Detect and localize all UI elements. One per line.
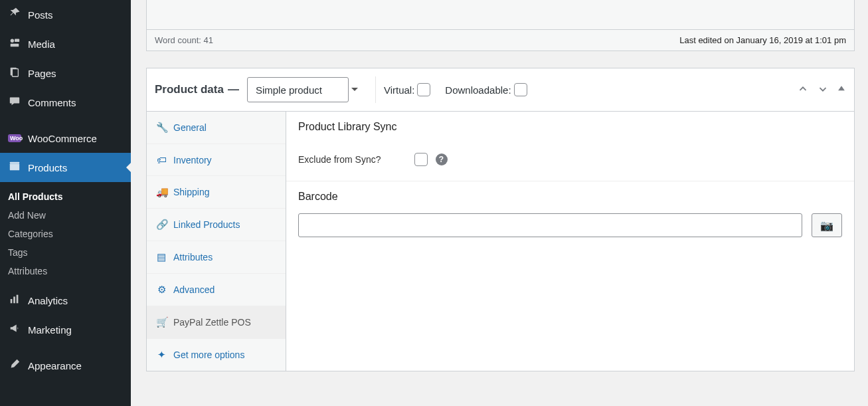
admin-sidebar: Posts Media Pages Comments Woo WooCommer… [0, 0, 131, 406]
plugin-icon: ✦ [156, 349, 167, 361]
brush-icon [8, 358, 21, 373]
barcode-section-title: Barcode [298, 191, 842, 203]
tab-shipping[interactable]: 🚚 Shipping [147, 176, 286, 209]
submenu-attributes[interactable]: Attributes [0, 262, 131, 280]
chart-icon [8, 293, 21, 308]
menu-label: Appearance [28, 360, 82, 371]
barcode-scan-button[interactable]: 📷 [812, 213, 842, 237]
svg-point-0 [11, 39, 14, 42]
pin-icon [8, 7, 21, 23]
pos-icon: 🛒 [156, 316, 167, 328]
tab-attributes[interactable]: ▤ Attributes [147, 241, 286, 274]
word-count: Word count: 41 [155, 35, 213, 45]
product-data-tabs: 🔧 General 🏷 Inventory 🚚 Shipping 🔗 Linke… [147, 112, 286, 371]
help-icon[interactable]: ? [436, 153, 448, 165]
menu-label: Posts [28, 9, 53, 21]
product-data-metabox: Product data — Simple product Virtual: D… [146, 68, 855, 371]
gear-icon: ⚙ [156, 284, 167, 296]
virtual-checkbox[interactable] [417, 83, 430, 96]
products-submenu: All Products Add New Categories Tags Att… [0, 182, 131, 286]
product-type-select[interactable]: Simple product [247, 77, 349, 102]
wrench-icon: 🔧 [156, 122, 167, 134]
virtual-label: Virtual: [384, 84, 414, 96]
zettle-panel: Product Library Sync Exclude from Sync? … [286, 112, 854, 371]
downloadable-label: Downloadable: [445, 84, 511, 96]
menu-label: Pages [28, 68, 56, 79]
truck-icon: 🚚 [156, 186, 167, 198]
svg-rect-8 [13, 296, 15, 303]
editor-status-bar: Word count: 41 Last edited on January 16… [146, 30, 855, 51]
move-down-button[interactable] [817, 83, 829, 97]
tab-general[interactable]: 🔧 General [147, 112, 286, 144]
tab-advanced[interactable]: ⚙ Advanced [147, 274, 286, 306]
tab-linked-products[interactable]: 🔗 Linked Products [147, 209, 286, 241]
tab-label: Linked Products [173, 219, 240, 230]
toggle-panel-button[interactable] [837, 83, 846, 97]
svg-marker-10 [838, 86, 845, 90]
tab-label: Advanced [173, 284, 215, 295]
menu-appearance[interactable]: Appearance [0, 351, 131, 380]
menu-woocommerce[interactable]: Woo WooCommerce [0, 124, 131, 153]
menu-pages[interactable]: Pages [0, 58, 131, 88]
pages-icon [8, 66, 21, 81]
barcode-input[interactable] [298, 213, 802, 237]
link-icon: 🔗 [156, 219, 167, 231]
tag-icon: 🏷 [156, 154, 167, 165]
submenu-tags[interactable]: Tags [0, 243, 131, 262]
menu-label: Media [28, 39, 55, 50]
tab-inventory[interactable]: 🏷 Inventory [147, 144, 286, 176]
last-edited: Last edited on January 16, 2019 at 1:01 … [679, 35, 846, 45]
menu-label: Marketing [28, 324, 72, 336]
menu-products[interactable]: Products [0, 153, 131, 182]
tab-label: Shipping [173, 187, 210, 197]
tab-label: PayPal Zettle POS [173, 317, 251, 328]
move-up-button[interactable] [797, 83, 809, 97]
svg-rect-4 [12, 68, 18, 76]
media-icon [8, 37, 21, 52]
product-data-body: 🔧 General 🏷 Inventory 🚚 Shipping 🔗 Linke… [147, 112, 854, 371]
menu-label: WooCommerce [28, 133, 97, 144]
camera-icon: 📷 [820, 220, 833, 231]
submenu-add-new[interactable]: Add New [0, 206, 131, 225]
svg-rect-5 [10, 163, 19, 170]
menu-marketing[interactable]: Marketing [0, 315, 131, 344]
woocommerce-icon: Woo [8, 134, 21, 142]
menu-label: Analytics [28, 295, 68, 306]
tab-paypal-zettle-pos[interactable]: 🛒 PayPal Zettle POS [147, 306, 286, 339]
svg-rect-2 [11, 43, 19, 47]
svg-rect-9 [17, 294, 19, 303]
sync-section-title: Product Library Sync [298, 121, 842, 133]
products-icon [8, 160, 21, 175]
submenu-categories[interactable]: Categories [0, 225, 131, 243]
submenu-all-products[interactable]: All Products [0, 187, 131, 206]
list-icon: ▤ [156, 251, 167, 263]
exclude-from-sync-label: Exclude from Sync? [298, 154, 381, 165]
comment-icon [8, 95, 21, 110]
menu-analytics[interactable]: Analytics [0, 286, 131, 315]
product-data-title: Product data [155, 83, 224, 96]
editor-toolbar-bottom [146, 0, 855, 30]
product-data-header: Product data — Simple product Virtual: D… [147, 68, 854, 112]
downloadable-checkbox[interactable] [514, 83, 527, 96]
svg-rect-1 [15, 39, 19, 42]
menu-label: Comments [28, 97, 76, 108]
tab-get-more-options[interactable]: ✦ Get more options [147, 339, 286, 371]
svg-rect-7 [11, 299, 13, 303]
tab-label: General [173, 122, 207, 133]
tab-label: Attributes [173, 252, 213, 262]
tab-label: Inventory [173, 155, 212, 165]
menu-posts[interactable]: Posts [0, 0, 131, 29]
menu-label: Products [28, 162, 67, 173]
tab-label: Get more options [173, 350, 244, 360]
menu-media[interactable]: Media [0, 29, 131, 58]
main-content: Word count: 41 Last edited on January 16… [146, 0, 855, 371]
menu-comments[interactable]: Comments [0, 88, 131, 117]
svg-rect-6 [10, 161, 19, 163]
megaphone-icon [8, 322, 21, 338]
exclude-from-sync-checkbox[interactable] [414, 153, 428, 166]
